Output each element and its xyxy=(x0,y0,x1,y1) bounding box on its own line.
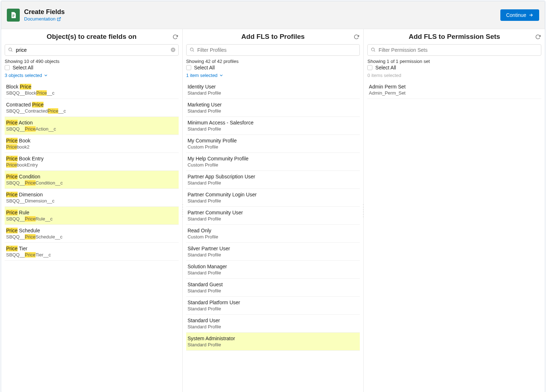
list-item-sublabel: SBQQ__PriceTier__c xyxy=(6,252,177,257)
list-item[interactable]: Price TierSBQQ__PriceTier__c xyxy=(5,243,179,261)
page-header: Create Fields Documentation Continue xyxy=(1,1,545,29)
objects-list: Block PriceSBQQ__BlockPrice__cContracted… xyxy=(5,81,179,392)
permsets-selection-count: 0 items selected xyxy=(367,73,541,78)
list-item[interactable]: My Help Community ProfileCustom Profile xyxy=(186,153,360,171)
list-item[interactable]: Standard UserStandard Profile xyxy=(186,315,360,333)
objects-search-input[interactable] xyxy=(5,44,179,56)
list-item-sublabel: SBQQ__BlockPrice__c xyxy=(6,90,177,96)
refresh-objects-button[interactable] xyxy=(173,34,178,40)
list-item-sublabel: Standard Profile xyxy=(188,324,359,329)
profiles-select-all[interactable]: Select All xyxy=(186,65,360,70)
search-icon xyxy=(189,47,194,52)
list-item-sublabel: SBQQ__PriceCondition__c xyxy=(6,180,177,186)
list-item-sublabel: Standard Profile xyxy=(188,180,359,186)
list-item[interactable]: Partner Community Login UserStandard Pro… xyxy=(186,189,360,207)
list-item[interactable]: Identity UserStandard Profile xyxy=(186,81,360,99)
app-icon xyxy=(7,9,20,22)
svg-line-3 xyxy=(12,51,13,52)
list-item-label: Standard Guest xyxy=(188,282,359,287)
list-item[interactable]: Price RuleSBQQ__PriceRule__c xyxy=(5,207,179,225)
list-item-label: System Administrator xyxy=(188,336,359,341)
list-item-label: Solution Manager xyxy=(188,264,359,269)
clear-search-button[interactable] xyxy=(170,47,176,53)
list-item[interactable]: Standard GuestStandard Profile xyxy=(186,279,360,297)
list-item-label: Partner Community User xyxy=(188,210,359,215)
refresh-profiles-button[interactable] xyxy=(354,34,359,40)
list-item[interactable]: Silver Partner UserStandard Profile xyxy=(186,243,360,261)
list-item[interactable]: Price DimensionSBQQ__Dimension__c xyxy=(5,189,179,207)
list-item-label: My Help Community Profile xyxy=(188,156,359,161)
list-item-sublabel: Standard Profile xyxy=(188,108,359,114)
list-item-label: Marketing User xyxy=(188,102,359,108)
svg-point-7 xyxy=(372,48,375,51)
permsets-column: Add FLS to Permission Sets Showing 1 of … xyxy=(363,29,545,392)
permsets-list: Admin Perm SetAdmin_Perm_Set xyxy=(367,81,541,392)
objects-column: Object(s) to create fields on Showing 10… xyxy=(1,29,182,392)
list-item-label: Partner Community Login User xyxy=(188,192,359,197)
search-icon xyxy=(8,47,13,52)
list-item-sublabel: Pricebook2 xyxy=(6,144,177,150)
svg-line-6 xyxy=(193,51,194,52)
list-item[interactable]: Admin Perm SetAdmin_Perm_Set xyxy=(367,81,541,99)
chevron-down-icon xyxy=(219,73,224,78)
permsets-title: Add FLS to Permission Sets xyxy=(409,33,500,41)
list-item-label: Price Tier xyxy=(6,246,177,251)
list-item-sublabel: SBQQ__PriceAction__c xyxy=(6,126,177,132)
profiles-title: Add FLS to Profiles xyxy=(241,33,304,41)
list-item[interactable]: Contracted PriceSBQQ__ContractedPrice__c xyxy=(5,99,179,117)
list-item[interactable]: Partner App Subscription UserStandard Pr… xyxy=(186,171,360,189)
list-item-label: Price Dimension xyxy=(6,192,177,197)
permsets-showing-text: Showing 1 of 1 permission set xyxy=(367,59,541,64)
permsets-select-all[interactable]: Select All xyxy=(367,65,541,70)
list-item-sublabel: SBQQ__PriceRule__c xyxy=(6,216,177,222)
list-item-label: Price Condition xyxy=(6,174,177,179)
list-item[interactable]: System AdministratorStandard Profile xyxy=(186,333,360,351)
list-item-label: Read Only xyxy=(188,228,359,233)
list-item-sublabel: Standard Profile xyxy=(188,198,359,204)
list-item[interactable]: Solution ManagerStandard Profile xyxy=(186,261,360,279)
list-item-label: Price Rule xyxy=(6,210,177,215)
refresh-permsets-button[interactable] xyxy=(535,34,541,40)
list-item[interactable]: Minimum Access - SalesforceStandard Prof… xyxy=(186,117,360,135)
profiles-showing-text: Showing 42 of 42 profiles xyxy=(186,59,360,64)
profiles-list: Identity UserStandard ProfileMarketing U… xyxy=(186,81,360,392)
list-item[interactable]: Standard Platform UserStandard Profile xyxy=(186,297,360,315)
profiles-selection-count[interactable]: 1 item selected xyxy=(186,73,360,78)
list-item-label: Minimum Access - Salesforce xyxy=(188,120,359,126)
list-item-sublabel: Custom Profile xyxy=(188,144,359,150)
list-item-label: Partner App Subscription User xyxy=(188,174,359,179)
list-item[interactable]: Partner Community UserStandard Profile xyxy=(186,207,360,225)
list-item-sublabel: Admin_Perm_Set xyxy=(369,90,540,96)
list-item[interactable]: My Community ProfileCustom Profile xyxy=(186,135,360,153)
external-link-icon xyxy=(57,17,61,21)
list-item-sublabel: Standard Profile xyxy=(188,90,359,96)
objects-select-all[interactable]: Select All xyxy=(5,65,179,70)
list-item[interactable]: Read OnlyCustom Profile xyxy=(186,225,360,243)
list-item[interactable]: Marketing UserStandard Profile xyxy=(186,99,360,117)
list-item-label: Standard User xyxy=(188,318,359,323)
list-item[interactable]: Price ConditionSBQQ__PriceCondition__c xyxy=(5,171,179,189)
continue-button[interactable]: Continue xyxy=(500,9,539,21)
objects-showing-text: Showing 10 of 490 objects xyxy=(5,59,179,64)
list-item-label: Standard Platform User xyxy=(188,300,359,305)
list-item-sublabel: Standard Profile xyxy=(188,342,359,347)
list-item[interactable]: Price BookPricebook2 xyxy=(5,135,179,153)
svg-line-0 xyxy=(59,17,61,19)
permsets-search-input[interactable] xyxy=(367,44,541,56)
checkbox-icon xyxy=(5,65,10,70)
list-item[interactable]: Price Book EntryPricebookEntry xyxy=(5,153,179,171)
list-item[interactable]: Block PriceSBQQ__BlockPrice__c xyxy=(5,81,179,99)
objects-selection-count[interactable]: 3 objects selected xyxy=(5,73,179,78)
profiles-search-input[interactable] xyxy=(186,44,360,56)
list-item-label: Contracted Price xyxy=(6,102,177,108)
list-item[interactable]: Price ActionSBQQ__PriceAction__c xyxy=(5,117,179,135)
list-item[interactable]: Price ScheduleSBQQ__PriceSchedule__c xyxy=(5,225,179,243)
search-icon xyxy=(371,47,376,52)
list-item-label: Price Book xyxy=(6,138,177,143)
svg-point-2 xyxy=(9,48,12,51)
arrow-right-icon xyxy=(528,13,533,18)
chevron-down-icon xyxy=(43,73,48,78)
list-item-label: Silver Partner User xyxy=(188,246,359,251)
page-title: Create Fields xyxy=(24,8,65,16)
documentation-link[interactable]: Documentation xyxy=(24,16,61,22)
